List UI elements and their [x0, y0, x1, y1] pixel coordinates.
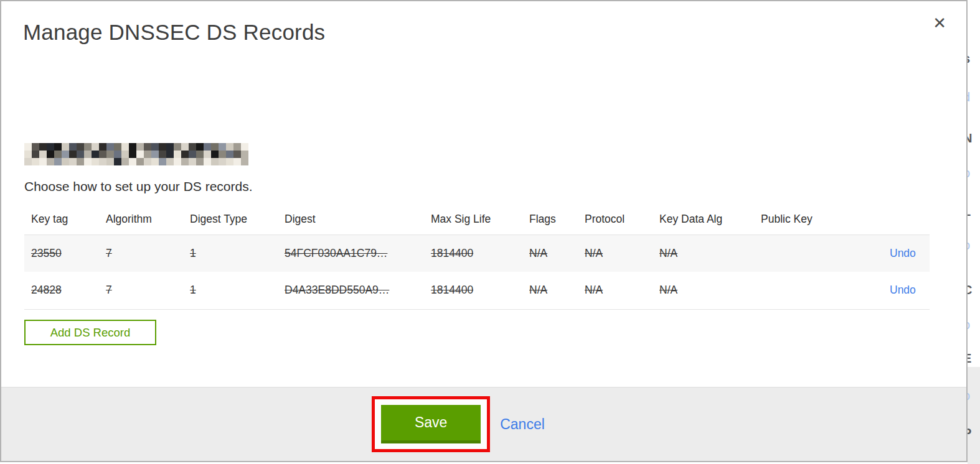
cell-digest-type: 1 [183, 272, 278, 309]
background-text-fragment: o [968, 167, 970, 179]
close-icon[interactable]: ✕ [933, 15, 946, 31]
protocol-value: N/A [585, 284, 603, 296]
background-text-fragment: s [968, 52, 970, 65]
max-sig-life-value: 1814400 [431, 284, 473, 296]
cell-public-key [754, 272, 883, 309]
flags-value: N/A [529, 284, 547, 296]
background-text-fragment: P [968, 427, 971, 439]
col-algorithm: Algorithm [99, 204, 183, 234]
cell-max-sig-life: 1814400 [424, 234, 522, 272]
digest-type-value: 1 [190, 284, 196, 296]
cell-protocol: N/A [578, 234, 653, 272]
table-row: 24828 7 1 D4A33E8DD550A9… 1814400 N/A N/… [24, 272, 930, 309]
col-actions [883, 204, 930, 234]
background-text-fragment: N [968, 132, 972, 144]
flags-value: N/A [529, 247, 547, 259]
cell-key-tag: 23550 [24, 234, 99, 272]
col-public-key: Public Key [754, 204, 883, 234]
cell-protocol: N/A [578, 272, 653, 309]
instruction-text: Choose how to set up your DS records. [24, 179, 253, 194]
col-digest-type: Digest Type [183, 204, 278, 234]
cell-max-sig-life: 1814400 [424, 272, 522, 309]
cell-digest: D4A33E8DD550A9… [278, 272, 424, 309]
background-text-fragment: d [968, 91, 970, 103]
cell-flags: N/A [522, 234, 578, 272]
background-text-fragment: C [968, 284, 972, 296]
dnssec-modal: ✕ Manage DNSSEC DS Records Choose how to… [0, 0, 968, 462]
background-text-fragment: E [968, 352, 971, 364]
modal-title: Manage DNSSEC DS Records [23, 20, 325, 45]
digest-value: D4A33E8DD550A9… [285, 284, 389, 296]
modal-footer: Save Cancel [1, 387, 966, 461]
table-header-row: Key tag Algorithm Digest Type Digest Max… [24, 204, 930, 234]
table-row: 23550 7 1 54FCF030AA1C79… 1814400 N/A N/… [24, 234, 930, 272]
cell-public-key [754, 234, 883, 272]
key-data-alg-value: N/A [659, 247, 677, 259]
undo-link[interactable]: Undo [890, 247, 916, 259]
background-page-strip: sdNoLoCoEoP [968, 0, 980, 464]
digest-type-value: 1 [190, 247, 196, 259]
cell-key-tag: 24828 [24, 272, 99, 309]
algorithm-value: 7 [106, 284, 112, 296]
cell-algorithm: 7 [99, 234, 183, 272]
key-tag-value: 24828 [31, 284, 62, 296]
col-protocol: Protocol [578, 204, 653, 234]
protocol-value: N/A [585, 247, 603, 259]
background-text-fragment: o [968, 389, 970, 402]
key-tag-value: 23550 [31, 247, 62, 259]
max-sig-life-value: 1814400 [431, 247, 473, 259]
col-max-sig-life: Max Sig Life [424, 204, 522, 234]
cell-digest-type: 1 [183, 234, 278, 272]
save-button[interactable]: Save [381, 405, 481, 443]
col-key-tag: Key tag [24, 204, 99, 234]
cancel-link[interactable]: Cancel [500, 416, 545, 433]
cell-action: Undo [883, 234, 930, 272]
cell-algorithm: 7 [99, 272, 183, 309]
add-ds-record-button[interactable]: Add DS Record [24, 320, 156, 345]
col-digest: Digest [278, 204, 424, 234]
cell-action: Undo [883, 272, 930, 309]
annotation-highlight-rectangle: Save [372, 396, 490, 452]
cell-key-data-alg: N/A [653, 234, 754, 272]
undo-link[interactable]: Undo [890, 284, 916, 296]
screen: sdNoLoCoEoP ✕ Manage DNSSEC DS Records C… [0, 0, 980, 464]
key-data-alg-value: N/A [659, 284, 677, 296]
background-text-fragment: o [968, 318, 970, 331]
background-footer-strip [968, 367, 980, 464]
algorithm-value: 7 [106, 247, 112, 259]
ds-records-table: Key tag Algorithm Digest Type Digest Max… [24, 204, 930, 310]
background-text-fragment: L [968, 205, 971, 218]
cell-key-data-alg: N/A [653, 272, 754, 309]
redacted-domain-name [24, 143, 248, 165]
cell-flags: N/A [522, 272, 578, 309]
col-flags: Flags [522, 204, 578, 234]
footer-actions: Save Cancel [0, 387, 941, 461]
cell-digest: 54FCF030AA1C79… [278, 234, 424, 272]
digest-value: 54FCF030AA1C79… [285, 247, 387, 259]
background-text-fragment: o [968, 239, 970, 251]
col-key-data-alg: Key Data Alg [653, 204, 754, 234]
